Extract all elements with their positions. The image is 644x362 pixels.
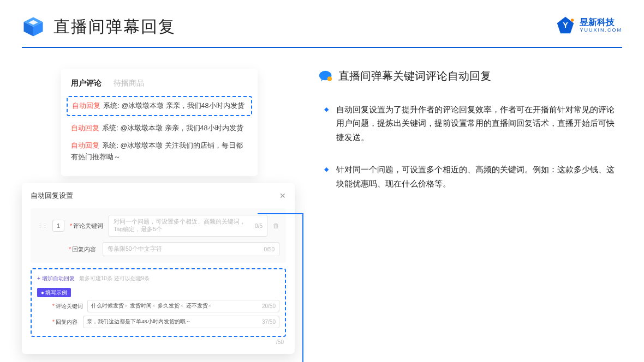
content-placeholder: 每条限50个中文字符 (108, 245, 162, 253)
bullet-item: 针对同一个问题，可设置多个相近的、高频的关键词。例如：这款多少钱、这块能优惠吗、… (322, 163, 622, 191)
auto-reply-tag: 自动回复 (71, 142, 99, 149)
ex-keyword-label: 评论关键词 (56, 303, 83, 309)
ex-content-value: 亲，我们这边都是下单48小时内发货的哦～ (87, 318, 191, 325)
section-subtitle: 直播间弹幕关键词评论自动回复 (338, 69, 491, 83)
auto-reply-settings-dialog: 自动回复设置 ✕ ⋮⋮ 1 *评论关键词 对同一个问题，可设置多个相近、高频的关… (22, 183, 295, 354)
sys-prefix: 系统: (102, 124, 120, 132)
ex-content-input[interactable]: 亲，我们这边都是下单48小时内发货的哦～ 37/50 (83, 316, 279, 328)
bullet-item: 自动回复设置为了提升作者的评论回复效率，作者可在开播前针对常见的评论用户问题，提… (322, 103, 622, 144)
comment-text-1: @冰墩墩本墩 亲亲，我们48小时内发货 (121, 102, 244, 110)
close-icon[interactable]: ✕ (279, 191, 286, 200)
content-label: 回复内容 (72, 246, 96, 252)
ex-content-count: 37/50 (262, 319, 276, 325)
brand-name-cn: 昱新科技 (580, 18, 622, 27)
drag-handle-icon[interactable]: ⋮⋮ (37, 222, 47, 230)
delete-icon[interactable]: 🗑 (273, 222, 279, 230)
auto-reply-tag: 自动回复 (72, 102, 100, 110)
ex-keyword-tags: 什么时候发货× 发货时间× 多久发货× 还不发货× (91, 303, 212, 310)
comment-row: 自动回复 系统: @冰墩墩本墩 关注我们的店铺，每日都有热门推荐呦～ (71, 140, 248, 164)
svg-point-6 (571, 19, 574, 21)
comment-text-2: @冰墩墩本墩 亲亲，我们48小时内发货 (120, 124, 243, 132)
ex-content-label: 回复内容 (56, 319, 77, 325)
add-hint: 最多可建10条 还可以创建9条 (79, 275, 150, 282)
add-auto-reply-link[interactable]: + 增加自动回复 (37, 275, 75, 282)
chat-bubble-icon (319, 70, 333, 82)
keyword-placeholder: 对同一个问题，可设置多个相近、高频的关键词，Tag确定，最多5个 (114, 218, 255, 233)
tab-user-comments[interactable]: 用户评论 (71, 79, 102, 88)
keyword-label: 评论关键词 (73, 222, 103, 229)
dialog-title: 自动回复设置 (31, 191, 73, 201)
keyword-input[interactable]: 对同一个问题，可设置多个相近、高频的关键词，Tag确定，最多5个 0/5 (109, 215, 267, 237)
sys-prefix: 系统: (102, 142, 120, 149)
tab-pending-goods[interactable]: 待播商品 (114, 79, 144, 88)
content-input[interactable]: 每条限50个中文字符 0/50 (103, 242, 279, 256)
logo-cube-icon (22, 15, 45, 38)
rule-index: 1 (52, 220, 64, 232)
sys-prefix: 系统: (103, 102, 121, 110)
auto-reply-tag: 自动回复 (71, 124, 99, 132)
outer-count: /50 (276, 339, 284, 345)
brand-logo-icon: Y (556, 15, 575, 35)
ex-keyword-count: 20/50 (262, 303, 276, 309)
keyword-count: 0/5 (255, 223, 263, 229)
svg-point-9 (327, 76, 332, 81)
example-badge: ● 填写示例 (37, 288, 71, 297)
ex-keyword-input[interactable]: 什么时候发货× 发货时间× 多久发货× 还不发货× 20/50 (87, 300, 279, 312)
brand-block: Y 昱新科技 YUUXIN.COM (556, 15, 622, 35)
comment-highlight: 自动回复 系统: @冰墩墩本墩 亲亲，我们48小时内发货 (67, 96, 252, 116)
page-title: 直播间弹幕回复 (53, 16, 176, 38)
example-section-highlight: + 增加自动回复 最多可建10条 还可以创建9条 ● 填写示例 *评论关键词 什… (31, 268, 286, 337)
svg-marker-8 (321, 79, 323, 81)
content-count: 0/50 (264, 246, 275, 252)
comments-card: 用户评论 待播商品 自动回复 系统: @冰墩墩本墩 亲亲，我们48小时内发货 自… (61, 69, 258, 176)
comment-row: 自动回复 系统: @冰墩墩本墩 亲亲，我们48小时内发货 (71, 123, 248, 134)
brand-name-en: YUUXIN.COM (580, 28, 622, 33)
svg-text:Y: Y (563, 21, 569, 29)
